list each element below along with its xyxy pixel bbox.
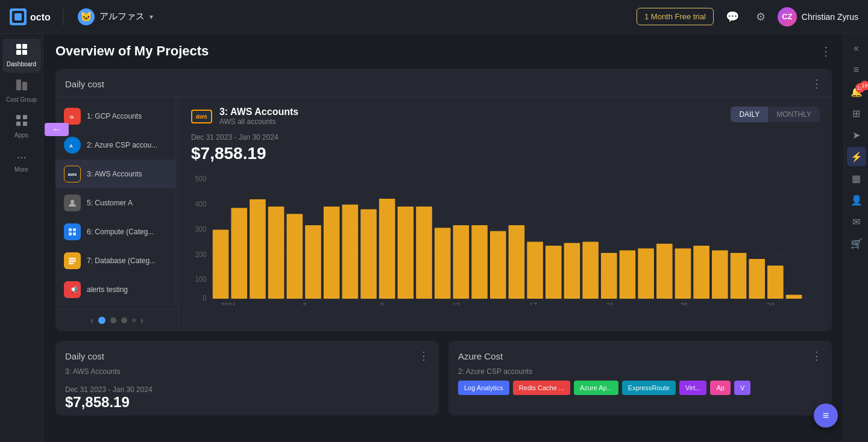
account-item-alerts[interactable]: 📢 alerts testing xyxy=(55,275,175,304)
dashboard-icon xyxy=(16,43,28,58)
sidebar-item-cost-group[interactable]: Cost Group xyxy=(2,74,41,108)
svg-rect-46 xyxy=(268,207,285,299)
tag-virt[interactable]: Virt... xyxy=(679,381,706,395)
svg-rect-23 xyxy=(69,232,72,235)
svg-rect-6 xyxy=(16,50,21,55)
account-item-aws[interactable]: aws 3: AWS Accounts xyxy=(55,160,175,188)
mail-btn[interactable]: ✉ xyxy=(847,212,866,231)
svg-rect-51 xyxy=(360,210,377,299)
account-item-gcp[interactable]: G 1: GCP Accounts xyxy=(55,102,175,131)
database-icon xyxy=(64,252,81,269)
daily-toggle-button[interactable]: DAILY xyxy=(731,107,768,122)
tag-ap[interactable]: Ap xyxy=(710,381,730,395)
svg-rect-21 xyxy=(69,228,72,231)
list-btn[interactable]: ≡ xyxy=(847,60,866,79)
top-navigation: octo 🐱 アルファス ▾ 1 Month Free trial 💬 ⚙ CZ… xyxy=(0,0,868,34)
settings-icon-btn[interactable]: ⚙ xyxy=(751,7,770,27)
bar-chart-btn[interactable]: ▦ xyxy=(847,169,866,188)
card-more-button[interactable]: ⋮ xyxy=(811,77,822,90)
page-indicator xyxy=(132,319,136,322)
account-item-customer[interactable]: 5: Customer A xyxy=(55,188,175,217)
gear-icon: ⚙ xyxy=(756,10,766,23)
alerts-icon: 📢 xyxy=(64,281,81,298)
svg-rect-61 xyxy=(546,246,562,299)
collapse-btn[interactable]: « xyxy=(847,39,866,58)
page-dot-1[interactable] xyxy=(98,317,105,324)
sidebar-more-label: More xyxy=(14,166,28,173)
account-list-items: G 1: GCP Accounts A xyxy=(55,97,176,309)
bottom-left-header: Daily cost ⋮ xyxy=(55,341,439,367)
tag-expressroute[interactable]: ExpressRoute xyxy=(622,381,676,395)
bottom-left-body: Dec 31 2023 - Jan 30 2024 $7,858.19 xyxy=(55,381,439,416)
more-icon: ··· xyxy=(16,150,27,164)
table-btn[interactable]: ⊞ xyxy=(847,104,866,123)
notification-badge: 19 xyxy=(855,83,865,93)
svg-rect-70 xyxy=(712,251,728,299)
svg-rect-72 xyxy=(749,259,765,299)
person-btn[interactable]: 👤 xyxy=(847,190,866,210)
card-header: Daily cost ⋮ xyxy=(55,69,832,97)
page-more-button[interactable]: ⋮ xyxy=(820,44,832,58)
svg-rect-52 xyxy=(379,199,395,299)
svg-rect-45 xyxy=(250,199,266,299)
trial-badge[interactable]: 1 Month Free trial xyxy=(637,8,714,25)
svg-rect-13 xyxy=(23,122,27,126)
tag-log-analytics[interactable]: Log Analytics xyxy=(458,381,509,395)
send-btn[interactable]: ➤ xyxy=(847,125,866,145)
svg-text:200: 200 xyxy=(195,250,207,258)
svg-rect-71 xyxy=(731,253,747,299)
bottom-right-subtitle: 2: Azure CSP accounts xyxy=(448,367,832,381)
svg-text:A: A xyxy=(69,143,73,149)
sidebar-item-apps[interactable]: Apps xyxy=(2,110,41,144)
bottom-right-header: Azure Cost ⋮ xyxy=(448,341,832,367)
user-profile[interactable]: CZ Christian Zyrus xyxy=(778,7,858,26)
send-icon: ➤ xyxy=(852,129,860,141)
mail-icon: ✉ xyxy=(852,216,860,228)
svg-text:13: 13 xyxy=(452,302,460,305)
svg-rect-50 xyxy=(342,205,359,299)
bell-btn[interactable]: 🔔 19 xyxy=(847,82,866,101)
account-list: G 1: GCP Accounts A xyxy=(55,97,179,331)
svg-rect-67 xyxy=(656,244,673,299)
chat-icon-btn[interactable]: 💬 xyxy=(721,7,744,27)
floating-action-button[interactable]: ≡ xyxy=(814,403,838,428)
workspace-icon: 🐱 xyxy=(78,8,95,25)
account-item-database[interactable]: 7: Database (Categ... xyxy=(55,246,175,275)
tag-v[interactable]: V xyxy=(734,381,750,395)
svg-rect-73 xyxy=(767,266,784,299)
chart-account-subtitle: AWS all accounts xyxy=(219,117,298,126)
svg-rect-2 xyxy=(14,13,22,20)
bar-chart-svg: 500 400 300 200 100 0 xyxy=(191,173,820,305)
account-item-compute[interactable]: 6: Compute (Categ... xyxy=(55,217,175,246)
monthly-toggle-button[interactable]: MONTHLY xyxy=(768,107,820,122)
card-title: Daily cost xyxy=(65,79,811,89)
svg-text:29: 29 xyxy=(767,302,775,305)
svg-text:25: 25 xyxy=(681,302,688,305)
lightning-btn[interactable]: ⚡ xyxy=(847,147,866,166)
cart-btn[interactable]: 🛒 xyxy=(847,234,866,253)
next-page-button[interactable]: › xyxy=(140,316,143,325)
sidebar-item-more[interactable]: ··· More xyxy=(2,145,41,178)
svg-rect-60 xyxy=(527,241,543,299)
svg-rect-64 xyxy=(601,253,617,299)
azure-tags: Log Analytics Redis Cache ... Azure Ap..… xyxy=(448,381,832,400)
page-dot-3[interactable] xyxy=(121,317,127,323)
svg-rect-4 xyxy=(16,44,21,49)
tag-redis[interactable]: Redis Cache ... xyxy=(513,381,570,395)
prev-page-button[interactable]: ‹ xyxy=(90,316,93,325)
bar-chart: 500 400 300 200 100 0 xyxy=(191,173,820,305)
svg-text:octo: octo xyxy=(30,12,51,22)
page-dot-2[interactable] xyxy=(110,317,116,323)
bottom-left-more-button[interactable]: ⋮ xyxy=(418,349,429,363)
account-item-azure[interactable]: A 2: Azure CSP accou... xyxy=(55,131,175,160)
bottom-right-card: Azure Cost ⋮ 2: Azure CSP accounts Log A… xyxy=(448,341,832,416)
sidebar-item-dashboard[interactable]: Dashboard xyxy=(2,39,41,73)
apps-icon xyxy=(16,114,28,129)
svg-rect-43 xyxy=(213,230,229,299)
bottom-right-more-button[interactable]: ⋮ xyxy=(811,349,822,363)
workspace-selector[interactable]: 🐱 アルファス ▾ xyxy=(73,5,158,29)
chevron-down-icon: ▾ xyxy=(149,13,153,21)
arrow-annotation: ← xyxy=(45,123,69,136)
tag-azure-ap[interactable]: Azure Ap... xyxy=(574,381,618,395)
bottom-right-title: Azure Cost xyxy=(458,351,811,361)
